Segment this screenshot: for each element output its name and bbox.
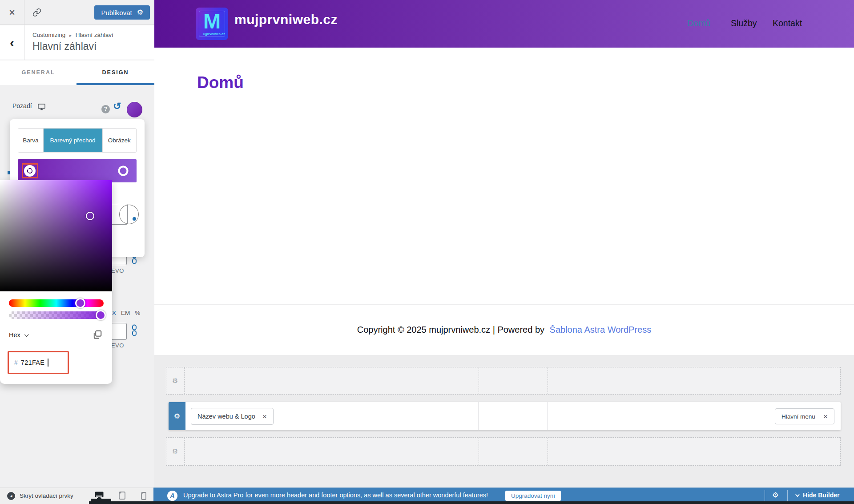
gear-icon: ⚙ (174, 412, 180, 420)
builder-row-below[interactable]: ⚙ (166, 437, 841, 466)
hide-builder-label: Hide Builder (803, 492, 839, 499)
background-setting-label: Pozadí (12, 102, 32, 109)
bottom-edge-strip (89, 501, 854, 504)
text-caret (48, 359, 48, 367)
column-divider (479, 367, 479, 394)
builder-settings-gear-icon[interactable]: ⚙ (772, 491, 778, 499)
column-divider (548, 367, 548, 394)
divider (765, 490, 765, 501)
unit-selector: PX EM % (108, 310, 140, 316)
copyright-text: Copyright © 2025 mujprvniweb.cz | Powere… (357, 325, 544, 335)
row-settings-gear-button[interactable]: ⚙ (169, 402, 185, 430)
angle-dial-handle[interactable] (133, 217, 136, 221)
active-tab-underline (77, 83, 154, 85)
row-settings-gear-icon[interactable]: ⚙ (172, 448, 178, 456)
device-phone-icon[interactable] (141, 492, 146, 502)
builder-row-above[interactable]: ⚙ (166, 367, 841, 395)
link-icon (32, 8, 41, 17)
hex-value: 721FAE (21, 359, 44, 366)
color-format-label: Hex (9, 331, 20, 339)
page-heading: Domů (197, 73, 244, 92)
nav-kontakt[interactable]: Kontakt (773, 18, 802, 28)
column-divider (547, 402, 548, 430)
upgrade-message: Upgrade to Astra Pro for even more heade… (183, 492, 488, 499)
chevron-down-icon (24, 332, 29, 337)
hide-controls-label[interactable]: Skrýt ovládací prvky (20, 492, 73, 499)
saturation-cursor[interactable] (86, 212, 94, 220)
tab-design[interactable]: DESIGN (77, 60, 154, 85)
astra-logo-icon: A (167, 491, 177, 501)
column-divider (184, 438, 185, 465)
alpha-slider-handle[interactable] (96, 310, 106, 320)
chevron-down-icon (795, 492, 800, 497)
tab-image[interactable]: Obrázek (102, 129, 136, 152)
hide-builder-button[interactable]: Hide Builder (795, 492, 839, 499)
publish-button[interactable]: Publikovat ⚙ (94, 5, 150, 20)
panel-tabs: GENERAL DESIGN (0, 60, 154, 85)
color-swatch[interactable] (127, 102, 142, 117)
saturation-square[interactable] (0, 180, 112, 291)
hex-input[interactable]: # 721FAE (8, 351, 69, 374)
site-footer: Copyright © 2025 mujprvniweb.cz | Powere… (154, 325, 854, 335)
remove-widget-icon[interactable]: × (262, 413, 267, 420)
breadcrumb-separator-icon: ▸ (69, 33, 72, 38)
footer-astra-link[interactable]: Šablona Astra WordPress (550, 325, 652, 335)
tab-gradient[interactable]: Barevný přechod (44, 129, 102, 152)
active-device-indicator (91, 499, 111, 504)
site-title[interactable]: mujprvniweb.cz (234, 12, 338, 27)
widget-label: Hlavní menu (781, 413, 815, 420)
hue-slider-handle[interactable] (75, 298, 85, 308)
row-settings-gear-icon[interactable]: ⚙ (172, 377, 178, 385)
responsive-desktop-icon[interactable] (38, 104, 45, 112)
widget-label: Název webu & Logo (197, 413, 255, 420)
column-divider (478, 402, 479, 430)
back-chevron-icon: ‹ (10, 35, 14, 50)
upgrade-now-button[interactable]: Upgradovat nyní (505, 491, 561, 501)
tab-color[interactable]: Barva (18, 129, 44, 152)
copy-icon[interactable] (93, 330, 102, 341)
nav-domu[interactable]: Domů (687, 18, 710, 28)
hue-slider[interactable] (9, 299, 104, 307)
logo-subtext: ujprvniweb.cz (203, 32, 225, 36)
breadcrumb: Customizing ▸ Hlavní záhlaví (32, 32, 113, 38)
gradient-angle-dial[interactable] (119, 205, 139, 224)
close-customizer-button[interactable]: × (0, 0, 24, 24)
divider (787, 490, 788, 501)
back-button[interactable]: ‹ (0, 25, 24, 60)
edit-shortcuts-toggle[interactable] (24, 0, 49, 24)
nav-sluzby[interactable]: Služby (731, 18, 757, 28)
close-icon: × (9, 6, 15, 18)
color-type-tabs: Barva Barevný přechod Obrázek (18, 128, 137, 153)
footer-separator (154, 304, 854, 305)
color-format-dropdown[interactable]: Hex (9, 331, 28, 339)
page-title: Hlavní záhlaví (32, 40, 97, 52)
column-divider (184, 367, 185, 394)
alpha-slider[interactable] (9, 311, 104, 319)
logo-letter: M (203, 9, 221, 34)
widget-main-menu[interactable]: Hlavní menu × (775, 408, 834, 424)
help-icon[interactable]: ? (101, 105, 110, 113)
widget-site-title-logo[interactable]: Název webu & Logo × (191, 408, 274, 425)
selected-stop-highlight (22, 163, 38, 178)
site-header-preview: M ujprvniweb.cz mujprvniweb.cz Domů Služ… (154, 0, 854, 48)
unit-percent[interactable]: % (135, 310, 140, 316)
remove-widget-icon[interactable]: × (823, 413, 828, 420)
builder-row-primary: ⚙ Název webu & Logo × Hlavní menu × (169, 402, 841, 430)
column-divider (548, 438, 548, 465)
collapse-controls-icon[interactable]: ◂ (7, 492, 15, 500)
link-values-icon[interactable] (131, 324, 137, 338)
site-logo[interactable]: M ujprvniweb.cz (196, 8, 228, 40)
hex-prefix: # (14, 359, 18, 366)
publish-label: Publikovat (101, 9, 132, 16)
tab-general[interactable]: GENERAL (0, 60, 77, 85)
column-divider (479, 438, 479, 465)
reset-icon[interactable]: ↺ (113, 101, 121, 112)
panel-header: ‹ Customizing ▸ Hlavní záhlaví Hlavní zá… (0, 25, 154, 60)
unit-em[interactable]: EM (121, 310, 130, 316)
breadcrumb-root: Customizing (32, 32, 65, 38)
customizer-topbar: × Publikovat ⚙ (0, 0, 154, 25)
gradient-stop-2[interactable] (118, 166, 129, 176)
gradient-bar[interactable] (18, 159, 137, 182)
device-tablet-icon[interactable] (119, 492, 126, 501)
custom-color-picker: Hex # 721FAE (0, 180, 112, 384)
